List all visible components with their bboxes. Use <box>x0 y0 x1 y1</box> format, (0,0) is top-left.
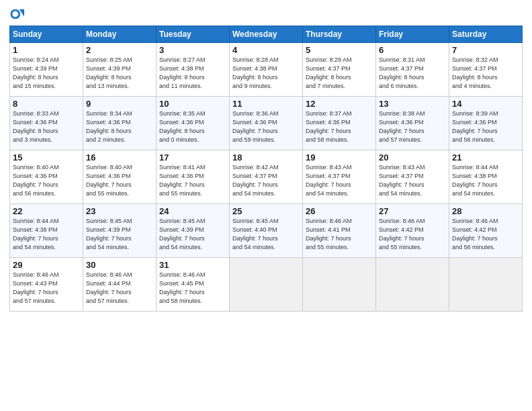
day-detail: Sunrise: 8:45 AM Sunset: 4:40 PM Dayligh… <box>232 217 300 252</box>
calendar-cell: 18Sunrise: 8:42 AM Sunset: 4:37 PM Dayli… <box>230 150 303 204</box>
calendar-cell <box>449 258 523 312</box>
day-number: 27 <box>379 206 446 216</box>
calendar-cell: 20Sunrise: 8:43 AM Sunset: 4:37 PM Dayli… <box>376 150 449 204</box>
calendar-cell: 6Sunrise: 8:31 AM Sunset: 4:37 PM Daylig… <box>376 43 449 97</box>
day-number: 10 <box>159 99 226 109</box>
day-number: 31 <box>159 260 226 270</box>
calendar-cell: 8Sunrise: 8:33 AM Sunset: 4:36 PM Daylig… <box>10 97 83 150</box>
calendar-cell: 2Sunrise: 8:25 AM Sunset: 4:39 PM Daylig… <box>83 43 157 97</box>
day-detail: Sunrise: 8:43 AM Sunset: 4:37 PM Dayligh… <box>379 163 446 198</box>
day-number: 26 <box>306 206 373 216</box>
calendar-cell: 17Sunrise: 8:41 AM Sunset: 4:36 PM Dayli… <box>157 150 230 204</box>
day-number: 30 <box>86 260 153 270</box>
day-number: 3 <box>159 45 226 55</box>
calendar-cell: 21Sunrise: 8:44 AM Sunset: 4:38 PM Dayli… <box>449 150 523 204</box>
day-number: 20 <box>379 152 446 163</box>
day-detail: Sunrise: 8:41 AM Sunset: 4:36 PM Dayligh… <box>159 163 226 198</box>
calendar-header-sunday: Sunday <box>10 26 83 43</box>
day-number: 5 <box>306 45 373 55</box>
header <box>9 7 523 21</box>
day-detail: Sunrise: 8:37 AM Sunset: 4:36 PM Dayligh… <box>306 109 373 144</box>
calendar-table: SundayMondayTuesdayWednesdayThursdayFrid… <box>9 26 523 312</box>
calendar-cell: 24Sunrise: 8:45 AM Sunset: 4:39 PM Dayli… <box>157 204 230 258</box>
day-detail: Sunrise: 8:24 AM Sunset: 4:39 PM Dayligh… <box>13 56 80 91</box>
day-number: 1 <box>13 45 80 55</box>
calendar-cell: 19Sunrise: 8:43 AM Sunset: 4:37 PM Dayli… <box>303 150 376 204</box>
day-number: 23 <box>86 206 153 216</box>
calendar-header-wednesday: Wednesday <box>230 26 303 43</box>
day-detail: Sunrise: 8:42 AM Sunset: 4:37 PM Dayligh… <box>232 163 300 198</box>
day-detail: Sunrise: 8:40 AM Sunset: 4:36 PM Dayligh… <box>86 163 153 198</box>
day-number: 19 <box>306 152 373 163</box>
day-detail: Sunrise: 8:32 AM Sunset: 4:37 PM Dayligh… <box>452 56 519 91</box>
calendar-cell: 27Sunrise: 8:46 AM Sunset: 4:42 PM Dayli… <box>376 204 449 258</box>
day-number: 17 <box>159 152 226 163</box>
calendar-header-row: SundayMondayTuesdayWednesdayThursdayFrid… <box>10 26 523 43</box>
day-detail: Sunrise: 8:46 AM Sunset: 4:45 PM Dayligh… <box>159 271 226 306</box>
day-detail: Sunrise: 8:27 AM Sunset: 4:38 PM Dayligh… <box>159 56 226 91</box>
day-number: 7 <box>452 45 519 55</box>
calendar-cell: 28Sunrise: 8:46 AM Sunset: 4:42 PM Dayli… <box>449 204 523 258</box>
calendar-cell: 13Sunrise: 8:38 AM Sunset: 4:36 PM Dayli… <box>376 97 449 150</box>
day-detail: Sunrise: 8:46 AM Sunset: 4:42 PM Dayligh… <box>379 217 446 252</box>
calendar-header-saturday: Saturday <box>449 26 523 43</box>
calendar-cell: 12Sunrise: 8:37 AM Sunset: 4:36 PM Dayli… <box>303 97 376 150</box>
day-detail: Sunrise: 8:44 AM Sunset: 4:38 PM Dayligh… <box>13 217 80 252</box>
calendar-cell: 23Sunrise: 8:45 AM Sunset: 4:39 PM Dayli… <box>83 204 157 258</box>
day-detail: Sunrise: 8:46 AM Sunset: 4:43 PM Dayligh… <box>13 271 80 306</box>
calendar-cell: 3Sunrise: 8:27 AM Sunset: 4:38 PM Daylig… <box>157 43 230 97</box>
day-number: 13 <box>379 99 446 109</box>
calendar-cell: 1Sunrise: 8:24 AM Sunset: 4:39 PM Daylig… <box>10 43 83 97</box>
calendar-week-row: 29Sunrise: 8:46 AM Sunset: 4:43 PM Dayli… <box>10 258 523 312</box>
day-number: 14 <box>452 99 519 109</box>
day-detail: Sunrise: 8:28 AM Sunset: 4:38 PM Dayligh… <box>232 56 300 91</box>
day-number: 21 <box>452 152 519 163</box>
day-detail: Sunrise: 8:46 AM Sunset: 4:44 PM Dayligh… <box>86 271 153 306</box>
day-number: 6 <box>379 45 446 55</box>
day-number: 4 <box>232 45 300 55</box>
calendar-week-row: 22Sunrise: 8:44 AM Sunset: 4:38 PM Dayli… <box>10 204 523 258</box>
day-number: 28 <box>452 206 519 216</box>
calendar-week-row: 8Sunrise: 8:33 AM Sunset: 4:36 PM Daylig… <box>10 97 523 150</box>
day-detail: Sunrise: 8:44 AM Sunset: 4:38 PM Dayligh… <box>452 163 519 198</box>
day-number: 22 <box>13 206 80 216</box>
day-detail: Sunrise: 8:35 AM Sunset: 4:36 PM Dayligh… <box>159 109 226 144</box>
page-container: SundayMondayTuesdayWednesdayThursdayFrid… <box>0 0 532 318</box>
day-detail: Sunrise: 8:43 AM Sunset: 4:37 PM Dayligh… <box>306 163 373 198</box>
calendar-cell: 25Sunrise: 8:45 AM Sunset: 4:40 PM Dayli… <box>230 204 303 258</box>
calendar-cell: 16Sunrise: 8:40 AM Sunset: 4:36 PM Dayli… <box>83 150 157 204</box>
calendar-header-friday: Friday <box>376 26 449 43</box>
day-detail: Sunrise: 8:45 AM Sunset: 4:39 PM Dayligh… <box>159 217 226 252</box>
calendar-cell: 14Sunrise: 8:39 AM Sunset: 4:36 PM Dayli… <box>449 97 523 150</box>
calendar-cell: 15Sunrise: 8:40 AM Sunset: 4:36 PM Dayli… <box>10 150 83 204</box>
calendar-week-row: 15Sunrise: 8:40 AM Sunset: 4:36 PM Dayli… <box>10 150 523 204</box>
day-detail: Sunrise: 8:34 AM Sunset: 4:36 PM Dayligh… <box>86 109 153 144</box>
day-detail: Sunrise: 8:36 AM Sunset: 4:36 PM Dayligh… <box>232 109 300 144</box>
svg-point-1 <box>12 11 18 17</box>
calendar-cell: 30Sunrise: 8:46 AM Sunset: 4:44 PM Dayli… <box>83 258 157 312</box>
calendar-cell: 29Sunrise: 8:46 AM Sunset: 4:43 PM Dayli… <box>10 258 83 312</box>
day-detail: Sunrise: 8:45 AM Sunset: 4:39 PM Dayligh… <box>86 217 153 252</box>
calendar-week-row: 1Sunrise: 8:24 AM Sunset: 4:39 PM Daylig… <box>10 43 523 97</box>
day-detail: Sunrise: 8:33 AM Sunset: 4:36 PM Dayligh… <box>13 109 80 144</box>
calendar-header-thursday: Thursday <box>303 26 376 43</box>
calendar-cell: 11Sunrise: 8:36 AM Sunset: 4:36 PM Dayli… <box>230 97 303 150</box>
calendar-cell: 31Sunrise: 8:46 AM Sunset: 4:45 PM Dayli… <box>157 258 230 312</box>
day-number: 2 <box>86 45 153 55</box>
day-number: 8 <box>13 99 80 109</box>
day-number: 16 <box>86 152 153 163</box>
day-number: 24 <box>159 206 226 216</box>
day-detail: Sunrise: 8:38 AM Sunset: 4:36 PM Dayligh… <box>379 109 446 144</box>
calendar-cell: 10Sunrise: 8:35 AM Sunset: 4:36 PM Dayli… <box>157 97 230 150</box>
day-number: 25 <box>232 206 300 216</box>
calendar-cell <box>303 258 376 312</box>
calendar-cell: 26Sunrise: 8:46 AM Sunset: 4:41 PM Dayli… <box>303 204 376 258</box>
day-number: 11 <box>232 99 300 109</box>
day-detail: Sunrise: 8:40 AM Sunset: 4:36 PM Dayligh… <box>13 163 80 198</box>
day-detail: Sunrise: 8:29 AM Sunset: 4:37 PM Dayligh… <box>306 56 373 91</box>
calendar-cell: 7Sunrise: 8:32 AM Sunset: 4:37 PM Daylig… <box>449 43 523 97</box>
day-number: 18 <box>232 152 300 163</box>
day-detail: Sunrise: 8:39 AM Sunset: 4:36 PM Dayligh… <box>452 109 519 144</box>
calendar-header-tuesday: Tuesday <box>157 26 230 43</box>
calendar-header-monday: Monday <box>83 26 157 43</box>
